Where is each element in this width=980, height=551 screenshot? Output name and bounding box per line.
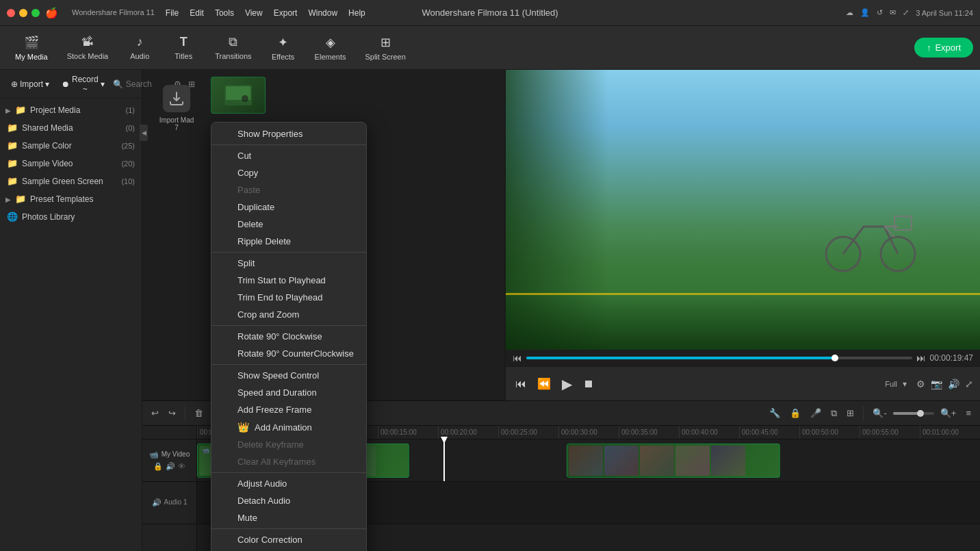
menu-tools[interactable]: Tools bbox=[215, 8, 234, 18]
menu-help[interactable]: Help bbox=[348, 8, 365, 18]
toolbar-transitions[interactable]: ⧉ Transitions bbox=[207, 31, 259, 64]
screenshot-icon[interactable]: 📷 bbox=[931, 379, 942, 389]
timeline-redo-button[interactable]: ↪ bbox=[165, 406, 179, 420]
volume-icon[interactable]: 🔊 bbox=[948, 379, 959, 389]
menu-export[interactable]: Export bbox=[274, 8, 298, 18]
toolbar-split-screen[interactable]: ⊞ Split Screen bbox=[357, 31, 413, 65]
folder-icon-3: 📁 bbox=[7, 140, 18, 151]
export-button[interactable]: ↑ Export bbox=[914, 38, 973, 57]
media-item-preset-templates[interactable]: ▶ 📁 Preset Templates bbox=[0, 190, 142, 208]
context-menu-item-trim-start-to-playhead[interactable]: Trim Start to Playhead bbox=[211, 272, 366, 289]
menu-view[interactable]: View bbox=[245, 8, 263, 18]
context-menu-item-color-correction[interactable]: Color Correction bbox=[211, 531, 366, 548]
import-button[interactable]: ⊕ Import ▾ bbox=[7, 77, 53, 92]
notification-icon[interactable]: ✉ bbox=[890, 8, 896, 17]
panel-collapse-button[interactable]: ◀ bbox=[140, 125, 148, 141]
toolbar-effects[interactable]: ✦ Effects bbox=[263, 31, 304, 65]
account-icon[interactable]: 👤 bbox=[860, 8, 870, 17]
media-item-sample-video[interactable]: 📁 Sample Video (20) bbox=[0, 155, 142, 172]
track-mute-icon[interactable]: 🔊 bbox=[166, 462, 175, 471]
context-menu-item-delete[interactable]: Delete bbox=[211, 216, 366, 233]
next-frame-button[interactable]: ⏭ bbox=[916, 353, 926, 363]
track-label-text: My Video bbox=[162, 450, 190, 459]
track-label-audio: 🔊 Audio 1 bbox=[142, 482, 196, 524]
prev-frame-button[interactable]: ⏮ bbox=[513, 353, 522, 363]
media-item-photos-library[interactable]: 🌐 Photos Library bbox=[0, 208, 142, 226]
timeline-mic-button[interactable]: 🎤 bbox=[807, 406, 825, 420]
context-menu-item-split[interactable]: Split bbox=[211, 255, 366, 272]
effects-label: Effects bbox=[272, 53, 294, 61]
maximize-button[interactable] bbox=[31, 9, 40, 17]
my-media-label: My Media bbox=[15, 53, 48, 61]
toolbar-audio[interactable]: ♪ Audio bbox=[119, 31, 160, 64]
bicycle-graphic bbox=[816, 199, 925, 281]
toolbar-my-media[interactable]: 🎬 My Media bbox=[7, 31, 56, 65]
video-clip-2[interactable] bbox=[567, 444, 780, 478]
clip2-frame-2 bbox=[604, 446, 639, 476]
timeline-frame-button[interactable]: ⊞ bbox=[843, 406, 858, 420]
context-menu-item-mute[interactable]: Mute bbox=[211, 509, 366, 526]
close-button[interactable] bbox=[7, 9, 15, 17]
record-button[interactable]: ⏺ Record ~ ▾ bbox=[57, 72, 109, 97]
progress-handle[interactable] bbox=[831, 355, 838, 361]
timeline-list-button[interactable]: ≡ bbox=[962, 406, 975, 420]
context-menu-item-speed-and-duration[interactable]: Speed and Duration bbox=[211, 384, 366, 401]
media-item-sample-color[interactable]: 📁 Sample Color (25) bbox=[0, 137, 142, 155]
zoom-slider[interactable] bbox=[893, 412, 934, 415]
expand-icon[interactable]: ⤢ bbox=[903, 8, 909, 17]
menu-file[interactable]: File bbox=[166, 8, 179, 18]
refresh-icon[interactable]: ↺ bbox=[877, 8, 883, 17]
toolbar-stock-media[interactable]: 📽 Stock Media bbox=[59, 31, 117, 64]
zoom-handle[interactable] bbox=[917, 410, 924, 417]
track-eye-icon[interactable]: 👁 bbox=[178, 462, 185, 471]
minimize-button[interactable] bbox=[19, 9, 27, 17]
context-menu-item-duplicate[interactable]: Duplicate bbox=[211, 198, 366, 216]
menu-wondershare[interactable]: Wondershare Filmora 11 bbox=[72, 8, 155, 18]
preview-settings-icon[interactable]: ⚙ bbox=[916, 379, 925, 389]
context-menu-item-color-match[interactable]: Color Match bbox=[211, 548, 366, 551]
quality-chevron[interactable]: ▾ bbox=[903, 379, 907, 389]
play-button[interactable]: ▶ bbox=[559, 373, 575, 395]
timeline-delete-button[interactable]: 🗑 bbox=[191, 406, 207, 420]
timeline-split2-button[interactable]: ⧉ bbox=[827, 406, 840, 421]
timeline-playhead[interactable] bbox=[443, 439, 445, 481]
toolbar-elements[interactable]: ◈ Elements bbox=[307, 31, 354, 65]
media-item-shared-media[interactable]: 📁 Shared Media (0) bbox=[0, 119, 142, 137]
track-lock-icon[interactable]: 🔒 bbox=[153, 462, 163, 471]
context-menu-item-trim-end-to-playhead[interactable]: Trim End to Playhead bbox=[211, 289, 366, 306]
context-menu-item-copy[interactable]: Copy bbox=[211, 164, 366, 181]
context-menu-item-crop-and-zoom[interactable]: Crop and Zoom bbox=[211, 306, 366, 323]
context-menu-item-show-properties[interactable]: Show Properties bbox=[211, 125, 366, 142]
cloud-icon[interactable]: ☁ bbox=[846, 8, 853, 17]
timeline-magnet-button[interactable]: 🔧 bbox=[766, 406, 784, 420]
context-menu-item-ripple-delete[interactable]: Ripple Delete bbox=[211, 233, 366, 250]
title-bar-right: ☁ 👤 ↺ ✉ ⤢ 3 April Sun 11:24 bbox=[846, 8, 973, 17]
menu-window[interactable]: Window bbox=[308, 8, 337, 18]
context-menu-separator bbox=[211, 472, 366, 473]
context-menu-item-cut[interactable]: Cut bbox=[211, 147, 366, 164]
fullscreen-icon[interactable]: ⤢ bbox=[965, 379, 973, 389]
context-menu-item-rotate-90-counterclockwise[interactable]: Rotate 90° CounterClockwise bbox=[211, 345, 366, 362]
timeline-separator-2 bbox=[863, 407, 864, 420]
context-menu-item-add-freeze-frame[interactable]: Add Freeze Frame bbox=[211, 401, 366, 418]
stop-button[interactable]: ⏹ bbox=[580, 375, 597, 393]
media-item-project-media[interactable]: ▶ 📁 Project Media (1) bbox=[0, 101, 142, 119]
zoom-out-button[interactable]: 🔍- bbox=[869, 406, 890, 420]
rewind-button[interactable]: ⏮ bbox=[513, 375, 529, 393]
preview-progress-bar[interactable] bbox=[526, 357, 912, 359]
context-menu-item-detach-audio[interactable]: Detach Audio bbox=[211, 492, 366, 509]
timeline-lock-button[interactable]: 🔒 bbox=[786, 406, 804, 420]
toolbar-titles[interactable]: T Titles bbox=[163, 31, 204, 64]
context-menu-item-add-animation[interactable]: 👑Add Animation bbox=[211, 418, 366, 436]
title-bar: 🍎 Wondershare Filmora 11 File Edit Tools… bbox=[0, 0, 980, 26]
context-menu-item-adjust-audio[interactable]: Adjust Audio bbox=[211, 475, 366, 492]
context-menu-item-show-speed-control[interactable]: Show Speed Control bbox=[211, 367, 366, 384]
timeline-undo-button[interactable]: ↩ bbox=[148, 406, 162, 420]
zoom-in-button[interactable]: 🔍+ bbox=[937, 406, 960, 420]
media-item-green-screen[interactable]: 📁 Sample Green Screen (10) bbox=[0, 172, 142, 190]
context-menu-item-clear-all-keyframes: Clear All Keyframes bbox=[211, 453, 366, 470]
menu-edit[interactable]: Edit bbox=[190, 8, 204, 18]
import-media-button[interactable]: Import Mad 7 bbox=[149, 77, 204, 140]
context-menu-item-rotate-90-clockwise[interactable]: Rotate 90° Clockwise bbox=[211, 328, 366, 345]
step-back-button[interactable]: ⏪ bbox=[534, 374, 554, 393]
